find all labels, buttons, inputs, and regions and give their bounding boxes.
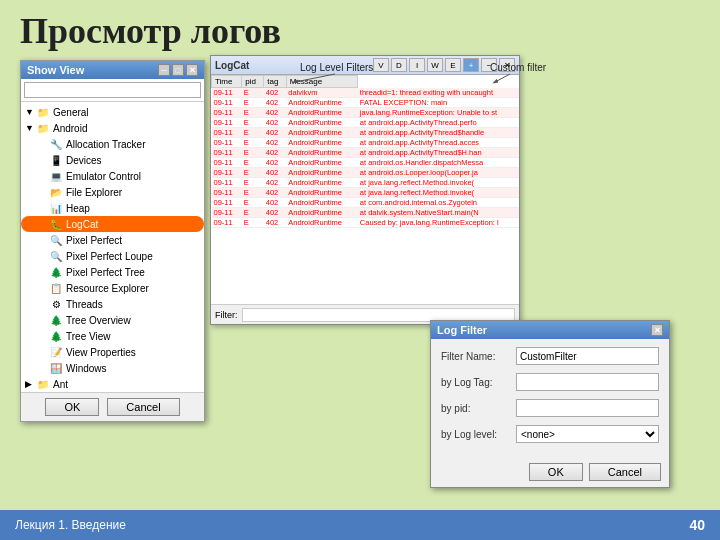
log-filter-titlebar: Log Filter ✕ [431, 321, 669, 339]
log-level-select[interactable]: <none> verbose debug info warn error [516, 425, 659, 443]
tree-item-tree-overview[interactable]: 🌲 Tree Overview [21, 312, 204, 328]
tree-item-devices[interactable]: 📱 Devices [21, 152, 204, 168]
filter-label: Filter: [215, 310, 238, 320]
page-title: Просмотр логов [0, 0, 720, 62]
tb-btn-w[interactable]: W [427, 58, 443, 72]
cell-level: E [242, 158, 264, 168]
loupe-icon: 🔍 [49, 249, 63, 263]
tb-btn-d[interactable]: D [391, 58, 407, 72]
cancel-button[interactable]: Cancel [107, 398, 179, 416]
tree-item-ant[interactable]: ▶ 📁 Ant [21, 376, 204, 392]
cell-level: E [242, 198, 264, 208]
tree-item-tree-view[interactable]: 🌲 Tree View [21, 328, 204, 344]
table-row[interactable]: 09-11 E 402 AndroidRuntime Caused by: ja… [212, 218, 520, 228]
cell-message: at android.app.ActivityThread.perfo [358, 118, 519, 128]
tree-item-logcat[interactable]: 🐛 LogCat [21, 216, 204, 232]
table-row[interactable]: 09-11 E 402 AndroidRuntime java.lang.Run… [212, 108, 520, 118]
cell-level: E [242, 108, 264, 118]
table-row[interactable]: 09-11 E 402 AndroidRuntime at android.ap… [212, 148, 520, 158]
tree-item-threads[interactable]: ⚙ Threads [21, 296, 204, 312]
log-filter-title: Log Filter [437, 324, 487, 336]
folder-icon: 📁 [36, 105, 50, 119]
logcat-panel: LogCat V D I W E + − ✕ Time pid tag Mess… [210, 55, 520, 325]
tb-btn-i[interactable]: I [409, 58, 425, 72]
tb-btn-v[interactable]: V [373, 58, 389, 72]
table-row[interactable]: 09-11 E 402 AndroidRuntime at java.lang.… [212, 188, 520, 198]
log-filter-ok-button[interactable]: OK [529, 463, 583, 481]
table-row[interactable]: 09-11 E 402 AndroidRuntime at com.androi… [212, 198, 520, 208]
log-level-label: by Log level: [441, 429, 516, 440]
tree-label: Pixel Perfect Tree [66, 267, 145, 278]
tree-item-windows[interactable]: 🪟 Windows [21, 360, 204, 376]
table-row[interactable]: 09-11 E 402 dalvikvm threadid=1: thread … [212, 88, 520, 98]
log-filter-close-button[interactable]: ✕ [651, 324, 663, 336]
tree-label: View Properties [66, 347, 136, 358]
cell-message: at java.lang.reflect.Method.invoke( [358, 178, 519, 188]
tree-item-emulator[interactable]: 💻 Emulator Control [21, 168, 204, 184]
table-row[interactable]: 09-11 E 402 AndroidRuntime at android.ap… [212, 118, 520, 128]
table-row[interactable]: 09-11 E 402 AndroidRuntime at dalvik.sys… [212, 208, 520, 218]
tree-item-android[interactable]: ▼ 📁 Android [21, 120, 204, 136]
cell-message: at java.lang.reflect.Method.invoke( [358, 188, 519, 198]
tree-label: Pixel Perfect Loupe [66, 251, 153, 262]
logcat-icon: 🐛 [49, 217, 63, 231]
cell-tag: AndroidRuntime [286, 138, 358, 148]
cell-pid: 402 [264, 128, 286, 138]
tree-item-pixel-tree[interactable]: 🌲 Pixel Perfect Tree [21, 264, 204, 280]
tree-label: General [53, 107, 89, 118]
log-level-filters-label: Log Level Filters [300, 62, 373, 73]
heap-icon: 📊 [49, 201, 63, 215]
tree-item-resource-explorer[interactable]: 📋 Resource Explorer [21, 280, 204, 296]
tree-label: Windows [66, 363, 107, 374]
cell-level: E [242, 208, 264, 218]
logcat-title: LogCat [215, 60, 249, 71]
dialog-buttons: OK Cancel [21, 392, 204, 421]
cell-time: 09-11 [212, 188, 242, 198]
table-row[interactable]: 09-11 E 402 AndroidRuntime at android.os… [212, 158, 520, 168]
table-row[interactable]: 09-11 E 402 AndroidRuntime at android.os… [212, 168, 520, 178]
expand-icon: ▶ [25, 379, 35, 389]
minimize-button[interactable]: ─ [158, 64, 170, 76]
pid-input[interactable] [516, 399, 659, 417]
tree-item-heap[interactable]: 📊 Heap [21, 200, 204, 216]
item-icon: 🔧 [49, 137, 63, 151]
tree-item-allocation[interactable]: 🔧 Allocation Tracker [21, 136, 204, 152]
tb-btn-e[interactable]: E [445, 58, 461, 72]
col-time: Time [212, 76, 242, 88]
table-row[interactable]: 09-11 E 402 AndroidRuntime FATAL EXCEPTI… [212, 98, 520, 108]
table-row[interactable]: 09-11 E 402 AndroidRuntime at android.ap… [212, 128, 520, 138]
log-filter-cancel-button[interactable]: Cancel [589, 463, 661, 481]
tree-item-pixel-perfect[interactable]: 🔍 Pixel Perfect [21, 232, 204, 248]
maximize-button[interactable]: □ [172, 64, 184, 76]
tree-item-pixel-loupe[interactable]: 🔍 Pixel Perfect Loupe [21, 248, 204, 264]
filter-name-row: Filter Name: [441, 347, 659, 365]
tb-btn-add[interactable]: + [463, 58, 479, 72]
cell-tag: AndroidRuntime [286, 128, 358, 138]
cell-message: at android.app.ActivityThread$H.han [358, 148, 519, 158]
cell-message: at android.os.Looper.loop(Looper.ja [358, 168, 519, 178]
tree-label: Threads [66, 299, 103, 310]
cell-pid: 402 [264, 198, 286, 208]
cell-time: 09-11 [212, 88, 242, 98]
tree-label: LogCat [66, 219, 98, 230]
treeview-icon: 🌲 [49, 329, 63, 343]
close-button[interactable]: ✕ [186, 64, 198, 76]
cell-pid: 402 [264, 88, 286, 98]
tree-item-view-properties[interactable]: 📝 View Properties [21, 344, 204, 360]
log-tag-input[interactable] [516, 373, 659, 391]
search-input[interactable] [24, 82, 201, 98]
cell-pid: 402 [264, 108, 286, 118]
table-row[interactable]: 09-11 E 402 AndroidRuntime at android.ap… [212, 138, 520, 148]
table-row[interactable]: 09-11 E 402 AndroidRuntime at java.lang.… [212, 178, 520, 188]
log-tag-label: by Log Tag: [441, 377, 516, 388]
cell-pid: 402 [264, 208, 286, 218]
cell-time: 09-11 [212, 208, 242, 218]
tree-item-file-explorer[interactable]: 📂 File Explorer [21, 184, 204, 200]
filter-name-input[interactable] [516, 347, 659, 365]
thread-icon: ⚙ [49, 297, 63, 311]
cell-message: at android.app.ActivityThread$handle [358, 128, 519, 138]
ok-button[interactable]: OK [45, 398, 99, 416]
cell-message: threadid=1: thread exiting with uncaught [358, 88, 519, 98]
tree-item-general[interactable]: ▼ 📁 General [21, 104, 204, 120]
cell-level: E [242, 148, 264, 158]
